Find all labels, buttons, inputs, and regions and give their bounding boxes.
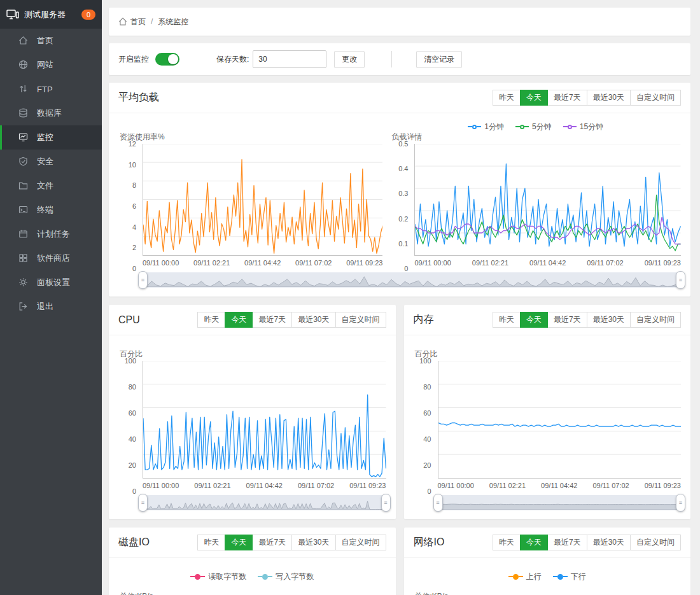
y-tick-label: 0.4 bbox=[398, 165, 408, 172]
folder-icon bbox=[18, 181, 29, 191]
sidebar-item-label: 软件商店 bbox=[37, 253, 70, 264]
memory-panel: 内存 昨天今天最近7天最近30天自定义时间 百分比 02040608010009… bbox=[404, 305, 691, 519]
sidebar-item-7[interactable]: 文件 bbox=[0, 174, 102, 198]
time-tab-3[interactable]: 最近7天 bbox=[547, 90, 587, 106]
sidebar-item-9[interactable]: 计划任务 bbox=[0, 222, 102, 246]
sidebar-item-label: 文件 bbox=[37, 180, 53, 192]
change-button[interactable]: 更改 bbox=[334, 51, 365, 68]
memory-time-tabs: 昨天今天最近7天最近30天自定义时间 bbox=[493, 312, 681, 328]
breadcrumb-current: 系统监控 bbox=[158, 17, 188, 27]
disk-io-panel-title: 磁盘IO bbox=[118, 536, 150, 549]
clear-records-button[interactable]: 清空记录 bbox=[416, 51, 462, 68]
load-time-tabs: 昨天今天最近7天最近30天自定义时间 bbox=[493, 90, 681, 106]
sidebar-item-11[interactable]: 面板设置 bbox=[0, 270, 102, 295]
time-tab-3[interactable]: 最近7天 bbox=[547, 535, 587, 550]
time-tab-5[interactable]: 自定义时间 bbox=[630, 312, 681, 328]
y-tick-label: 8 bbox=[132, 181, 136, 189]
y-tick-label: 12 bbox=[129, 140, 136, 148]
y-tick-label: 80 bbox=[423, 383, 431, 391]
time-tab-1[interactable]: 昨天 bbox=[493, 312, 521, 328]
breadcrumb-home-link[interactable]: 首页 bbox=[130, 17, 146, 27]
legend-item[interactable]: 15分钟 bbox=[563, 122, 603, 132]
time-tab-4[interactable]: 最近30天 bbox=[291, 535, 335, 550]
message-count-badge[interactable]: 0 bbox=[81, 10, 95, 20]
network-io-panel-title: 网络IO bbox=[414, 536, 445, 549]
time-tab-2[interactable]: 今天 bbox=[520, 312, 548, 328]
sidebar-item-10[interactable]: 软件商店 bbox=[0, 246, 102, 270]
datazoom-handle-left[interactable]: ≡ bbox=[433, 494, 443, 512]
sidebar-item-4[interactable]: 数据库 bbox=[0, 101, 102, 125]
sidebar-item-label: 计划任务 bbox=[37, 228, 70, 240]
x-tick-label: 09/11 09:23 bbox=[346, 259, 382, 269]
x-tick-label: 09/11 00:00 bbox=[143, 482, 179, 491]
datazoom-handle-right[interactable]: ≡ bbox=[676, 271, 685, 289]
time-tab-4[interactable]: 最近30天 bbox=[291, 312, 335, 328]
legend-item[interactable]: 读取字节数 bbox=[190, 571, 246, 582]
sidebar-item-label: 安全 bbox=[37, 156, 53, 167]
sidebar-item-8[interactable]: 终端 bbox=[0, 198, 102, 222]
sidebar-item-label: 面板设置 bbox=[37, 277, 70, 288]
y-tick-label: 60 bbox=[129, 409, 136, 417]
y-tick-label: 40 bbox=[129, 435, 136, 443]
time-tab-1[interactable]: 昨天 bbox=[197, 535, 225, 550]
memory-datazoom-slider[interactable]: ≡≡ bbox=[438, 495, 682, 510]
load-panel-title: 平均负载 bbox=[118, 91, 159, 104]
monitor-toggle[interactable] bbox=[155, 53, 179, 66]
x-tick-label: 09/11 07:02 bbox=[587, 259, 623, 269]
legend-item[interactable]: 5分钟 bbox=[515, 122, 552, 132]
sidebar-item-1[interactable]: 首页 bbox=[0, 29, 102, 53]
y-tick-label: 80 bbox=[129, 383, 136, 391]
x-tick-label: 09/11 04:42 bbox=[529, 259, 566, 269]
sidebar-item-12[interactable]: 退出 bbox=[0, 295, 102, 319]
time-tab-2[interactable]: 今天 bbox=[225, 312, 253, 328]
legend-item[interactable]: 上行 bbox=[508, 571, 542, 582]
time-tab-3[interactable]: 最近7天 bbox=[547, 312, 587, 328]
home-icon bbox=[18, 36, 29, 46]
time-tab-4[interactable]: 最近30天 bbox=[587, 535, 631, 550]
cpu-chart: 02040608010009/11 00:0009/11 02:2109/11 … bbox=[118, 361, 386, 491]
toolbar-divider bbox=[391, 51, 392, 67]
sidebar: 测试服务器 0 首页网站FTP数据库监控安全文件终端计划任务软件商店面板设置退出 bbox=[0, 0, 102, 595]
y-tick-label: 60 bbox=[423, 409, 431, 417]
sidebar-item-6[interactable]: 安全 bbox=[0, 150, 102, 174]
sidebar-item-2[interactable]: 网站 bbox=[0, 53, 102, 77]
legend-item[interactable]: 下行 bbox=[553, 571, 586, 582]
datazoom-handle-right[interactable]: ≡ bbox=[676, 494, 685, 512]
memory-panel-title: 内存 bbox=[414, 313, 434, 326]
time-tab-2[interactable]: 今天 bbox=[520, 90, 548, 106]
monitor-toggle-label: 开启监控 bbox=[118, 54, 149, 65]
sidebar-item-3[interactable]: FTP bbox=[0, 77, 102, 101]
cpu-panel: CPU 昨天今天最近7天最近30天自定义时间 百分比 0204060801000… bbox=[109, 305, 396, 519]
time-tab-3[interactable]: 最近7天 bbox=[252, 312, 292, 328]
time-tab-2[interactable]: 今天 bbox=[520, 535, 548, 550]
y-tick-label: 100 bbox=[419, 357, 431, 365]
cpu-datazoom-slider[interactable]: ≡≡ bbox=[143, 495, 386, 510]
main-area: 首页 / 系统监控 开启监控 保存天数: 更改 清空记录 平均负载 昨天今天最近… bbox=[102, 0, 700, 595]
time-tab-5[interactable]: 自定义时间 bbox=[335, 535, 386, 550]
time-tab-5[interactable]: 自定义时间 bbox=[630, 535, 681, 550]
sidebar-item-5[interactable]: 监控 bbox=[0, 125, 102, 150]
time-tab-4[interactable]: 最近30天 bbox=[587, 90, 631, 106]
y-tick-label: 0.2 bbox=[398, 215, 408, 223]
time-tab-5[interactable]: 自定义时间 bbox=[335, 312, 386, 328]
datazoom-handle-left[interactable]: ≡ bbox=[138, 271, 148, 289]
time-tab-1[interactable]: 昨天 bbox=[493, 535, 521, 550]
datazoom-handle-right[interactable]: ≡ bbox=[381, 494, 391, 512]
disk-network-row: 磁盘IO 昨天今天最近7天最近30天自定义时间 读取字节数写入字节数 单位:KB… bbox=[109, 528, 690, 595]
time-tab-5[interactable]: 自定义时间 bbox=[630, 90, 681, 106]
network-time-tabs: 昨天今天最近7天最近30天自定义时间 bbox=[493, 535, 681, 550]
legend-item[interactable]: 1分钟 bbox=[468, 122, 504, 132]
database-icon bbox=[18, 108, 29, 118]
legend-item[interactable]: 写入字节数 bbox=[258, 571, 314, 582]
time-tab-4[interactable]: 最近30天 bbox=[587, 312, 631, 328]
save-days-input[interactable] bbox=[253, 50, 326, 68]
load-datazoom-slider[interactable]: ≡≡ bbox=[143, 272, 681, 288]
load-usage-chart: 资源使用率% 02468101209/11 00:0009/11 02:2109… bbox=[118, 121, 382, 269]
y-tick-label: 10 bbox=[129, 161, 136, 169]
time-tab-2[interactable]: 今天 bbox=[225, 535, 253, 550]
time-tab-1[interactable]: 昨天 bbox=[197, 312, 225, 328]
datazoom-handle-left[interactable]: ≡ bbox=[138, 494, 148, 512]
x-tick-label: 09/11 02:21 bbox=[472, 259, 508, 269]
time-tab-3[interactable]: 最近7天 bbox=[252, 535, 292, 550]
time-tab-1[interactable]: 昨天 bbox=[493, 90, 521, 106]
